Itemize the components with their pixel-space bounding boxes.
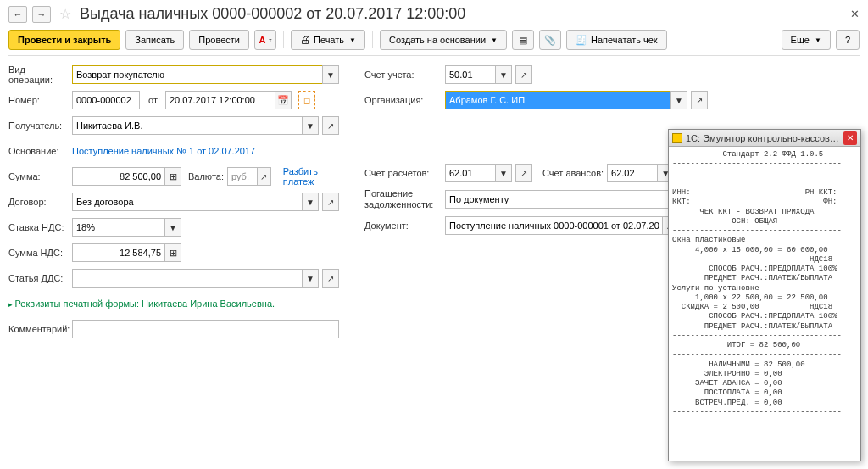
document-input[interactable] — [445, 216, 663, 235]
sum-input[interactable] — [72, 167, 165, 186]
debt-repay-label: Погашение задолженности: — [364, 188, 445, 210]
print-requisites-link[interactable]: Реквизиты печатной формы: Никитаева Ирин… — [8, 299, 275, 309]
dds-input[interactable] — [72, 269, 303, 288]
account-label: Счет учета: — [364, 70, 445, 80]
advance-acc-label: Счет авансов: — [542, 168, 604, 178]
recipient-label: Получатель: — [8, 120, 72, 131]
post-button[interactable]: Провести — [189, 30, 249, 50]
open-button[interactable]: ↗ — [322, 269, 339, 288]
currency-label: Валюта: — [188, 171, 224, 181]
receipt-close-button[interactable]: ✕ — [843, 131, 857, 145]
print-button[interactable]: Печать▼ — [291, 30, 365, 50]
basis-link[interactable]: Поступление наличных № 1 от 02.07.2017 — [72, 146, 255, 156]
favorite-icon[interactable]: ☆ — [59, 6, 71, 22]
receipt-body: Стандарт 2.2 ФФД 1.0.5 -----------------… — [669, 147, 860, 421]
separator — [372, 31, 373, 48]
calculator-icon: ⊞ — [170, 248, 177, 259]
separator — [283, 31, 284, 48]
dropdown-button[interactable]: ▼ — [495, 65, 512, 84]
document-label: Документ: — [364, 221, 445, 231]
dropdown-button[interactable]: ▼ — [670, 91, 687, 109]
settlement-acc-label: Счет расчетов: — [364, 168, 445, 178]
page-title: Выдача наличных 0000-000002 от 20.07.201… — [80, 5, 465, 23]
comment-input[interactable] — [72, 320, 339, 338]
app-icon — [672, 133, 682, 143]
vat-sum-label: Сумма НДС: — [8, 248, 72, 258]
currency-input — [227, 167, 258, 186]
attachment-button[interactable]: 📎 — [539, 30, 561, 50]
open-button[interactable]: ↗ — [515, 65, 532, 84]
chevron-down-icon: ▼ — [815, 36, 821, 44]
vat-rate-label: Ставка НДС: — [8, 222, 72, 232]
related-docs-button[interactable]: ▤ — [512, 30, 534, 50]
chevron-down-icon: ▼ — [491, 36, 498, 44]
arrow-right-icon: → — [37, 9, 47, 20]
date-status-icon[interactable]: ◻ — [298, 91, 315, 109]
debt-repay-input[interactable] — [445, 190, 683, 209]
dropdown-button[interactable]: ▼ — [302, 193, 319, 211]
org-label: Организация: — [364, 95, 445, 105]
open-button[interactable]: ↗ — [322, 116, 339, 135]
receipt-icon: 🧾 — [576, 35, 587, 46]
calendar-button[interactable]: 📅 — [275, 91, 292, 109]
list-icon: ▤ — [519, 35, 527, 46]
open-button[interactable]: ↗ — [257, 167, 271, 186]
dropdown-button[interactable]: ▼ — [164, 218, 181, 237]
basis-label: Основание: — [8, 146, 72, 156]
open-button[interactable]: ↗ — [691, 91, 708, 109]
dropdown-button[interactable]: ▼ — [495, 164, 512, 182]
dropdown-button[interactable]: ▼ — [302, 269, 319, 288]
back-button[interactable]: ← — [8, 6, 27, 23]
account-input[interactable] — [445, 65, 496, 84]
create-based-on-button[interactable]: Создать на основании▼ — [380, 30, 507, 50]
print-check-button[interactable]: 🧾Напечатать чек — [566, 30, 667, 50]
sum-label: Сумма: — [8, 171, 72, 181]
dt-kt-icon: А — [259, 35, 265, 45]
number-label: Номер: — [8, 95, 72, 105]
calendar-icon: 📅 — [277, 95, 289, 106]
calculator-button[interactable]: ⊞ — [164, 243, 181, 262]
operation-type-label: Вид операции: — [8, 64, 72, 85]
calculator-button[interactable]: ⊞ — [164, 167, 181, 186]
arrow-left-icon: ← — [14, 9, 23, 20]
date-input[interactable] — [165, 91, 275, 109]
calculator-icon: ⊞ — [170, 171, 177, 182]
date-from-label: от: — [148, 95, 160, 105]
recipient-input[interactable] — [72, 116, 303, 135]
dt-kt-button[interactable]: Ат — [254, 30, 276, 50]
settlement-acc-input[interactable] — [445, 164, 496, 182]
vat-rate-input[interactable] — [72, 218, 165, 237]
post-and-close-button[interactable]: Провести и закрыть — [8, 30, 120, 50]
more-button[interactable]: Еще▼ — [782, 30, 831, 50]
vat-sum-input[interactable] — [72, 243, 165, 262]
paperclip-icon: 📎 — [544, 35, 556, 46]
chevron-down-icon: ▼ — [349, 36, 356, 44]
org-input[interactable] — [445, 91, 671, 109]
number-input[interactable] — [72, 91, 140, 109]
open-button[interactable]: ↗ — [322, 193, 339, 211]
receipt-window-title: 1С: Эмулятор контрольно-кассовой техники… — [686, 133, 843, 143]
dds-label: Статья ДДС: — [8, 273, 72, 283]
printer-icon — [300, 34, 310, 46]
dropdown-button[interactable]: ▼ — [302, 116, 319, 135]
open-button[interactable]: ↗ — [515, 164, 532, 182]
close-button[interactable]: ✕ — [850, 8, 860, 20]
split-payment-link[interactable]: Разбить платеж — [283, 166, 339, 187]
help-button[interactable]: ? — [836, 30, 860, 50]
dropdown-button[interactable]: ▼ — [322, 65, 339, 84]
advance-acc-input[interactable] — [607, 164, 658, 182]
operation-type-input[interactable] — [72, 65, 323, 84]
forward-button[interactable]: → — [32, 6, 51, 23]
contract-input[interactable] — [72, 193, 303, 211]
contract-label: Договор: — [8, 197, 72, 207]
save-button[interactable]: Записать — [125, 30, 184, 50]
receipt-emulator-window: 1С: Эмулятор контрольно-кассовой техники… — [668, 129, 861, 461]
comment-label: Комментарий: — [8, 324, 72, 334]
